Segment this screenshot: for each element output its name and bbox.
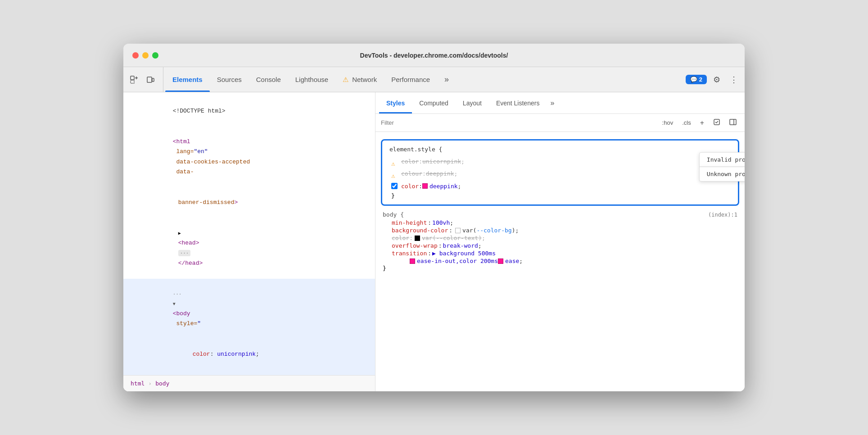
- body-rule-closing: }: [383, 265, 737, 272]
- styles-tab-bar: Styles Computed Layout Event Listeners »: [375, 92, 745, 114]
- body-prop-min-height: min-height : 100vh ;: [383, 219, 737, 227]
- tab-styles[interactable]: Styles: [379, 92, 412, 113]
- dom-line-doctype[interactable]: <!DOCTYPE html>: [123, 96, 375, 127]
- window-controls: [132, 52, 158, 59]
- dom-line-colour2[interactable]: colour: deeppink;: [123, 370, 375, 375]
- tab-elements[interactable]: Elements: [165, 67, 210, 92]
- color-text-swatch[interactable]: [415, 236, 420, 241]
- prop-checkbox-color[interactable]: [391, 183, 398, 189]
- warning-icon-2: ⚠: [391, 170, 398, 177]
- body-prop-color: color : var(--color-text) ;: [383, 234, 737, 242]
- titlebar: DevTools - developer.chrome.com/docs/dev…: [123, 44, 745, 67]
- minimize-button[interactable]: [142, 52, 149, 59]
- more-options-icon[interactable]: ⋮: [727, 72, 741, 87]
- tab-console[interactable]: Console: [249, 67, 288, 92]
- cls-button[interactable]: .cls: [679, 118, 694, 127]
- window-title: DevTools - developer.chrome.com/docs/dev…: [360, 52, 508, 59]
- breadcrumb: html › body: [123, 375, 375, 391]
- tab-layout[interactable]: Layout: [456, 92, 489, 113]
- toggle-sidebar-button[interactable]: [727, 117, 739, 128]
- close-button[interactable]: [132, 52, 139, 59]
- body-prop-bg-color: background-color : var(--color-bg) ;: [383, 227, 737, 234]
- body-prop-transition-cont: ease-in-out,color 200ms ease ;: [383, 257, 737, 265]
- svg-rect-1: [131, 80, 134, 83]
- tab-toolbar: 💬 2 ⚙ ⋮: [686, 72, 741, 87]
- breadcrumb-html[interactable]: html: [129, 379, 146, 388]
- devtools-body: <!DOCTYPE html> <html lang="en" data-coo…: [123, 92, 745, 391]
- tab-icon-group: [127, 67, 163, 92]
- filter-input[interactable]: [381, 119, 656, 126]
- dom-line-color1[interactable]: color: unicornpink;: [123, 339, 375, 370]
- dom-line-body[interactable]: ··· ▼ <body style=": [123, 279, 375, 340]
- dom-line-head[interactable]: ▶ <head> ··· </head>: [123, 218, 375, 279]
- bg-color-swatch[interactable]: [455, 228, 461, 233]
- body-prop-transition: transition : ▶ background 500ms: [383, 249, 737, 257]
- color-swatch-deeppink[interactable]: [422, 183, 428, 189]
- style-prop-unicornpink: ⚠ color : unicornpink ;: [389, 155, 731, 168]
- transition-swatch-2[interactable]: [498, 258, 503, 264]
- styles-panel: Styles Computed Layout Event Listeners »: [375, 92, 745, 391]
- tab-sources[interactable]: Sources: [210, 67, 249, 92]
- svg-rect-5: [730, 119, 736, 125]
- tab-computed[interactable]: Computed: [412, 92, 456, 113]
- more-tabs-button[interactable]: »: [437, 67, 456, 92]
- add-style-button[interactable]: +: [697, 118, 707, 128]
- dom-tree: <!DOCTYPE html> <html lang="en" data-coo…: [123, 92, 375, 375]
- body-prop-overflow-wrap: overflow-wrap : break-word ;: [383, 242, 737, 249]
- styles-filter-bar: :hov .cls +: [375, 114, 745, 132]
- element-style-block: element.style { Invalid property value U…: [381, 139, 739, 206]
- chat-icon: 💬: [690, 76, 697, 83]
- more-styles-tabs[interactable]: »: [547, 99, 558, 107]
- dom-line-html-cont[interactable]: banner-dismissed>: [123, 187, 375, 218]
- expand-icon: ▶: [178, 230, 181, 237]
- hov-button[interactable]: :hov: [660, 118, 676, 127]
- tooltip-invalid: Invalid property value: [699, 152, 745, 167]
- svg-rect-3: [152, 78, 154, 82]
- force-element-state-button[interactable]: [710, 117, 723, 128]
- element-style-closing: }: [389, 192, 731, 199]
- svg-rect-2: [147, 77, 152, 82]
- tab-network[interactable]: ⚠ Network: [335, 67, 384, 92]
- svg-rect-0: [131, 76, 134, 80]
- dom-panel: <!DOCTYPE html> <html lang="en" data-coo…: [123, 92, 375, 391]
- body-rule-block: body { (index):1 min-height : 100vh ;: [375, 209, 745, 273]
- device-toolbar-icon[interactable]: [143, 72, 158, 87]
- transition-swatch-1[interactable]: [410, 258, 415, 264]
- messages-badge[interactable]: 💬 2: [686, 75, 707, 84]
- tooltip-unknown: Unknown property name: [699, 167, 745, 181]
- warning-icon-1: ⚠: [391, 158, 398, 165]
- style-prop-colour-deeppink: ⚠ colour : deeppink ;: [389, 168, 731, 180]
- settings-icon[interactable]: ⚙: [710, 72, 724, 87]
- devtools-container: Elements Sources Console Lighthouse ⚠ Ne…: [123, 67, 745, 391]
- styles-content: element.style { Invalid property value U…: [375, 132, 745, 391]
- collapsed-head[interactable]: ···: [178, 250, 191, 256]
- network-warning-icon: ⚠: [343, 76, 348, 84]
- tab-performance[interactable]: Performance: [384, 67, 437, 92]
- inspect-element-icon[interactable]: [127, 72, 141, 87]
- tab-lighthouse[interactable]: Lighthouse: [288, 67, 335, 92]
- tab-event-listeners[interactable]: Event Listeners: [489, 92, 547, 113]
- dom-line-html[interactable]: <html lang="en" data-cookies-accepted da…: [123, 127, 375, 187]
- expand-icon: ▼: [173, 300, 176, 308]
- devtools-tab-bar: Elements Sources Console Lighthouse ⚠ Ne…: [123, 67, 745, 92]
- breadcrumb-body[interactable]: body: [154, 379, 171, 388]
- style-prop-color-deeppink: color : deeppink ;: [389, 180, 731, 192]
- tooltip-container: Invalid property value Unknown property …: [699, 152, 745, 181]
- maximize-button[interactable]: [152, 52, 158, 59]
- body-selector: body {: [383, 211, 404, 218]
- devtools-window: DevTools - developer.chrome.com/docs/dev…: [123, 44, 745, 391]
- body-rule-origin[interactable]: (index):1: [708, 212, 737, 218]
- element-style-selector: element.style {: [389, 146, 731, 153]
